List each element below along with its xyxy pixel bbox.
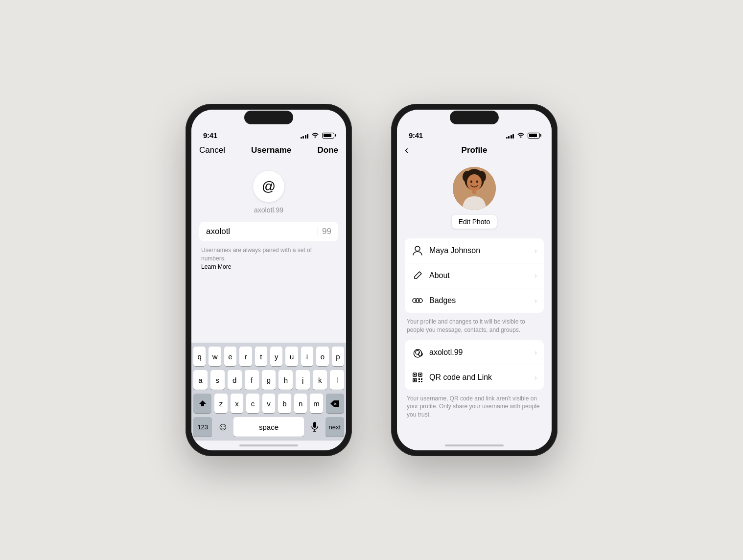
chevron-about-icon: › bbox=[534, 272, 537, 280]
username-display: axolotl.99 bbox=[254, 206, 283, 214]
screen-profile: ‹ Profile bbox=[397, 141, 552, 441]
keyboard-row-3: z x c v b n m bbox=[193, 394, 344, 413]
key-q[interactable]: q bbox=[193, 347, 206, 366]
svg-rect-23 bbox=[418, 378, 420, 380]
person-icon bbox=[412, 245, 423, 257]
learn-more-link[interactable]: Learn More bbox=[201, 263, 231, 270]
key-e[interactable]: e bbox=[224, 347, 236, 366]
key-z[interactable]: z bbox=[214, 394, 228, 413]
svg-rect-24 bbox=[421, 378, 422, 380]
home-indicator-1 bbox=[191, 441, 346, 450]
wifi-icon-2 bbox=[517, 132, 525, 139]
key-c[interactable]: c bbox=[246, 394, 259, 413]
notch-area-2 bbox=[397, 110, 552, 124]
key-m[interactable]: m bbox=[310, 394, 323, 413]
phone-2: 9:41 bbox=[391, 104, 557, 456]
badges-label: Badges bbox=[429, 296, 534, 305]
delete-key[interactable] bbox=[326, 394, 344, 413]
keyboard-row-1: q w e r t y u i o p bbox=[193, 347, 344, 366]
svg-rect-25 bbox=[418, 381, 420, 382]
back-button[interactable]: ‹ bbox=[405, 144, 408, 157]
home-indicator-2 bbox=[397, 441, 552, 450]
list-item-about[interactable]: About › bbox=[405, 263, 544, 288]
key-o[interactable]: o bbox=[316, 347, 328, 366]
next-key[interactable]: next bbox=[325, 417, 344, 437]
key-a[interactable]: a bbox=[193, 370, 208, 390]
notch-area-1 bbox=[191, 110, 346, 124]
mic-key[interactable] bbox=[307, 417, 322, 437]
username-hint: Usernames are always paired with a set o… bbox=[191, 241, 346, 276]
username-input[interactable] bbox=[206, 227, 314, 236]
list-item-name[interactable]: Maya Johnson › bbox=[405, 238, 544, 263]
username-number-suffix: 99 bbox=[318, 227, 331, 236]
svg-point-10 bbox=[476, 181, 478, 183]
svg-point-8 bbox=[467, 174, 482, 191]
key-s[interactable]: s bbox=[210, 370, 225, 390]
username-list-label: axolotl.99 bbox=[429, 348, 534, 357]
badges-icon bbox=[412, 295, 423, 306]
key-u[interactable]: u bbox=[285, 347, 298, 366]
shift-key[interactable] bbox=[193, 394, 211, 413]
key-f[interactable]: f bbox=[245, 370, 259, 390]
key-r[interactable]: r bbox=[239, 347, 252, 366]
done-button[interactable]: Done bbox=[317, 145, 338, 155]
key-h[interactable]: h bbox=[279, 370, 293, 390]
profile-nav: ‹ Profile bbox=[397, 141, 552, 159]
emoji-key[interactable]: ☺ bbox=[215, 417, 230, 437]
keyboard: q w e r t y u i o p a s d f g bbox=[191, 343, 346, 441]
profile-photo-area: Edit Photo bbox=[397, 159, 552, 238]
list-item-username[interactable]: axolotl.99 › bbox=[405, 340, 544, 365]
key-v[interactable]: v bbox=[262, 394, 276, 413]
list-item-badges[interactable]: Badges › bbox=[405, 288, 544, 313]
keyboard-row-bottom: 123 ☺ space next bbox=[193, 417, 344, 437]
key-b[interactable]: b bbox=[278, 394, 291, 413]
key-123[interactable]: 123 bbox=[193, 417, 212, 437]
key-y[interactable]: y bbox=[270, 347, 282, 366]
status-icons-1 bbox=[301, 132, 335, 139]
svg-rect-0 bbox=[313, 422, 316, 428]
about-label: About bbox=[429, 271, 534, 280]
signal-icon-2 bbox=[506, 133, 514, 139]
key-x[interactable]: x bbox=[231, 394, 244, 413]
profile-screen-title: Profile bbox=[462, 145, 488, 155]
chevron-qr-icon: › bbox=[534, 373, 537, 381]
list-item-qr[interactable]: QR code and Link › bbox=[405, 365, 544, 390]
pencil-icon bbox=[412, 270, 423, 281]
status-bar-2: 9:41 bbox=[397, 124, 552, 141]
username-input-row: 99 bbox=[199, 222, 338, 241]
key-g[interactable]: g bbox=[262, 370, 276, 390]
key-p[interactable]: p bbox=[332, 347, 344, 366]
svg-rect-11 bbox=[472, 190, 476, 194]
status-icons-2 bbox=[506, 132, 540, 139]
key-l[interactable]: l bbox=[330, 370, 344, 390]
section-1-note: Your profile and changes to it will be v… bbox=[397, 315, 552, 340]
qr-icon bbox=[412, 372, 423, 383]
chevron-name-icon: › bbox=[534, 247, 537, 255]
dynamic-island-2 bbox=[450, 111, 499, 124]
profile-section-2: axolotl.99 › bbox=[405, 340, 544, 390]
key-i[interactable]: i bbox=[301, 347, 313, 366]
name-label: Maya Johnson bbox=[429, 246, 534, 255]
key-k[interactable]: k bbox=[313, 370, 327, 390]
key-t[interactable]: t bbox=[255, 347, 267, 366]
edit-photo-button[interactable]: Edit Photo bbox=[452, 215, 497, 229]
dynamic-island-1 bbox=[244, 111, 293, 124]
hint-text: Usernames are always paired with a set o… bbox=[201, 247, 312, 262]
cancel-button[interactable]: Cancel bbox=[199, 145, 225, 155]
at-icon-list bbox=[412, 347, 423, 358]
key-w[interactable]: w bbox=[209, 347, 221, 366]
svg-point-15 bbox=[418, 299, 422, 303]
key-n[interactable]: n bbox=[294, 394, 307, 413]
svg-point-12 bbox=[415, 246, 420, 251]
signal-icon-1 bbox=[301, 133, 309, 139]
at-icon-circle: @ bbox=[253, 171, 284, 202]
key-j[interactable]: j bbox=[296, 370, 310, 390]
battery-icon-2 bbox=[528, 133, 540, 139]
keyboard-row-2: a s d f g h j k l bbox=[193, 370, 344, 390]
key-d[interactable]: d bbox=[228, 370, 242, 390]
status-bar-1: 9:41 bbox=[191, 124, 346, 141]
nav-bar-1: Cancel Username Done bbox=[191, 141, 346, 159]
chevron-username-icon: › bbox=[534, 349, 537, 356]
space-key[interactable]: space bbox=[233, 417, 304, 437]
username-icon-area: @ axolotl.99 bbox=[191, 159, 346, 222]
